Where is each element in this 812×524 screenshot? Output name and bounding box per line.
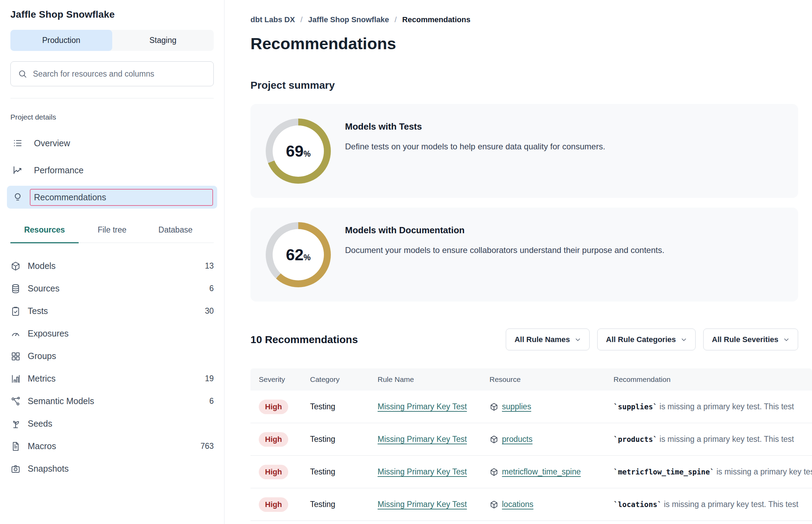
resource-count: 13 bbox=[205, 261, 214, 271]
severity-badge: High bbox=[259, 400, 288, 414]
sidebar-item-semantic-models[interactable]: Semantic Models 6 bbox=[10, 390, 214, 412]
resource-label: Sources bbox=[28, 283, 209, 294]
search-input[interactable] bbox=[33, 69, 206, 79]
sidebar-item-macros[interactable]: Macros 763 bbox=[10, 435, 214, 457]
sidebar-item-models[interactable]: Models 13 bbox=[10, 255, 214, 277]
chevron-down-icon bbox=[681, 337, 687, 343]
percent-unit: % bbox=[303, 149, 310, 159]
recommendation-text: is missing a primary key test. This test bbox=[657, 402, 794, 411]
recommendations-header: 10 Recommendations All Rule Names All Ru… bbox=[250, 329, 798, 350]
column-header-resource: Resource bbox=[489, 375, 614, 384]
resource-count: 6 bbox=[209, 396, 214, 406]
sidebar-item-seeds[interactable]: Seeds bbox=[10, 412, 214, 435]
resource-label: Semantic Models bbox=[28, 396, 209, 406]
tab-file-tree[interactable]: File tree bbox=[79, 225, 145, 243]
search-icon bbox=[18, 69, 27, 79]
resource-label: Groups bbox=[28, 351, 214, 361]
tests-coverage-donut: 69 % bbox=[266, 119, 331, 184]
chevron-down-icon bbox=[783, 337, 789, 343]
clipboard-check-icon bbox=[10, 306, 21, 316]
percent-number: 69 bbox=[286, 142, 303, 160]
card-text: Models with Documentation Document your … bbox=[345, 225, 664, 255]
sidebar-item-recommendations[interactable]: Recommendations bbox=[7, 186, 217, 209]
resource-label: Tests bbox=[28, 306, 205, 316]
donut-hole: 69 % bbox=[273, 125, 324, 177]
filter-label: All Rule Categories bbox=[606, 335, 676, 344]
resource-code: `supplies` bbox=[614, 403, 657, 411]
resource-label: Exposures bbox=[28, 329, 214, 339]
project-details-label: Project details bbox=[10, 113, 214, 121]
resource-label: Macros bbox=[28, 441, 201, 451]
recommendation-cell: `locations` is missing a primary key tes… bbox=[614, 500, 812, 509]
rule-categories-filter[interactable]: All Rule Categories bbox=[597, 329, 696, 350]
project-nav: Overview Performance Recommendations bbox=[0, 132, 224, 209]
sidebar-item-snapshots[interactable]: Snapshots bbox=[10, 457, 214, 480]
resource-count: 30 bbox=[205, 306, 214, 316]
sidebar-item-sources[interactable]: Sources 6 bbox=[10, 277, 214, 300]
breadcrumb-project[interactable]: Jaffle Shop Snowflake bbox=[308, 15, 389, 24]
rule-name-link[interactable]: Missing Primary Key Test bbox=[378, 467, 467, 476]
sidebar-item-performance[interactable]: Performance bbox=[7, 159, 217, 182]
recommendation-filters: All Rule Names All Rule Categories All R… bbox=[506, 329, 798, 350]
breadcrumb-separator: / bbox=[300, 15, 302, 24]
recommendation-cell: `products` is missing a primary key test… bbox=[614, 435, 812, 444]
cube-icon bbox=[489, 435, 498, 444]
resource-link[interactable]: locations bbox=[502, 500, 533, 509]
resource-label: Metrics bbox=[28, 374, 205, 384]
tab-database[interactable]: Database bbox=[145, 225, 205, 243]
resource-link[interactable]: metricflow_time_spine bbox=[502, 467, 581, 477]
grid-icon bbox=[10, 351, 21, 361]
breadcrumb-current: Recommendations bbox=[402, 15, 470, 24]
resource-tabs: Resources File tree Database bbox=[10, 225, 214, 243]
sidebar-item-exposures[interactable]: Exposures bbox=[10, 322, 214, 345]
breadcrumb-account[interactable]: dbt Labs DX bbox=[250, 15, 295, 24]
category-cell: Testing bbox=[310, 500, 378, 509]
category-cell: Testing bbox=[310, 435, 378, 444]
tab-resources[interactable]: Resources bbox=[10, 225, 79, 243]
breadcrumb-separator: / bbox=[395, 15, 397, 24]
rule-name-link[interactable]: Missing Primary Key Test bbox=[378, 435, 467, 444]
lightbulb-icon bbox=[12, 192, 23, 202]
rule-name-link[interactable]: Missing Primary Key Test bbox=[378, 500, 467, 509]
resource-code: `metricflow_time_spine` bbox=[614, 468, 714, 476]
camera-icon bbox=[10, 464, 21, 474]
resource-label: Snapshots bbox=[28, 464, 214, 474]
resource-list: Models 13 Sources 6 Tests 30 bbox=[10, 255, 214, 480]
severity-badge: High bbox=[259, 497, 288, 512]
cube-icon bbox=[10, 261, 21, 271]
environment-switcher: Production Staging bbox=[10, 30, 214, 51]
cube-icon bbox=[489, 468, 498, 477]
table-row: High Testing Missing Primary Key Test lo… bbox=[250, 488, 812, 521]
resource-count: 6 bbox=[209, 284, 214, 293]
rule-severities-filter[interactable]: All Rule Severities bbox=[703, 329, 798, 350]
sidebar-item-metrics[interactable]: Metrics 19 bbox=[10, 367, 214, 390]
project-summary-heading: Project summary bbox=[250, 79, 812, 91]
column-header-category: Category bbox=[310, 375, 378, 384]
resource-link[interactable]: supplies bbox=[502, 402, 531, 411]
network-icon bbox=[10, 396, 21, 407]
percent-number: 62 bbox=[286, 245, 303, 264]
rule-name-link[interactable]: Missing Primary Key Test bbox=[378, 402, 467, 411]
sidebar-item-label: Performance bbox=[30, 162, 213, 179]
sidebar-item-overview[interactable]: Overview bbox=[7, 132, 217, 155]
rule-names-filter[interactable]: All Rule Names bbox=[506, 329, 590, 350]
sidebar-item-tests[interactable]: Tests 30 bbox=[10, 300, 214, 322]
sidebar-item-groups[interactable]: Groups bbox=[10, 345, 214, 367]
table-row: High Testing Missing Primary Key Test me… bbox=[250, 456, 812, 488]
tab-staging[interactable]: Staging bbox=[112, 30, 214, 51]
tab-production[interactable]: Production bbox=[10, 30, 112, 51]
resource-label: Seeds bbox=[28, 419, 214, 429]
resource-link[interactable]: products bbox=[502, 435, 532, 444]
column-header-severity: Severity bbox=[250, 375, 310, 384]
severity-badge: High bbox=[259, 465, 288, 479]
recommendation-text: is missing a primary key test. This test bbox=[714, 467, 812, 476]
breadcrumb: dbt Labs DX / Jaffle Shop Snowflake / Re… bbox=[250, 15, 812, 24]
recommendations-count-heading: 10 Recommendations bbox=[250, 334, 358, 346]
severity-badge: High bbox=[259, 432, 288, 447]
card-title: Models with Tests bbox=[345, 121, 605, 132]
column-header-recommendation: Recommendation bbox=[614, 375, 812, 384]
search-box[interactable] bbox=[10, 61, 214, 86]
list-icon bbox=[12, 138, 23, 148]
docs-coverage-donut: 62 % bbox=[266, 222, 331, 287]
recommendations-table: Severity Category Rule Name Resource Rec… bbox=[250, 368, 812, 521]
